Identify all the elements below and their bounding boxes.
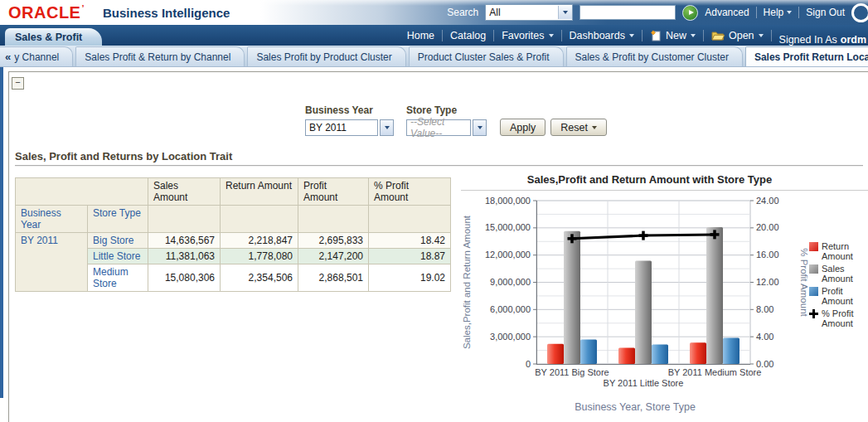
svg-text:9,000,000: 9,000,000 [490,277,531,287]
column-header: Sales Amount [148,178,221,206]
search-input[interactable] [579,5,676,20]
nav-item-catalog[interactable]: Catalog [450,30,486,41]
svg-text:20.00: 20.00 [756,222,779,232]
left-edge-strip [0,67,3,398]
dashboard-page-tab[interactable]: Sales & Profit [5,28,102,46]
reset-button[interactable]: Reset [550,119,607,136]
dashboard-tabs: «y ChannelSales Profit & Return by Chann… [0,46,868,66]
legend-swatch-icon [809,264,818,274]
svg-text:4.00: 4.00 [756,332,773,342]
help-menu[interactable]: Help [764,7,793,18]
search-go-button[interactable] [682,5,698,21]
business-year-label: Business Year [305,104,394,116]
value-cell: 2,354,506 [221,264,298,292]
search-area: Search All Advanced Help Sign Out [447,0,868,25]
nav-item-dashboards[interactable]: Dashboards [570,30,634,41]
pivot-header-row: Sales AmountReturn AmountProfit Amount% … [16,178,451,206]
plus-marker-icon [809,309,818,318]
dashboard-tab-label: Sales Profit by Product Cluster [256,51,391,63]
pivot-corner-cell [16,178,148,206]
pivot-table-view: Sales AmountReturn AmountProfit Amount% … [15,177,451,292]
value-cell: 15,080,306 [148,264,221,292]
legend-item: % Profit Amount [809,308,867,328]
section-divider [15,165,863,167]
dashboard-tab-strip: «y ChannelSales Profit & Return by Chann… [0,46,868,67]
nav-item-home[interactable]: Home [407,30,434,41]
section-title: Sales, Profit and Returns by Location Tr… [15,150,232,162]
svg-text:Sales,Profit and Return Amount: Sales,Profit and Return Amount [462,215,472,349]
row-header-label[interactable]: Business Year [16,206,88,233]
bar-chart: Sales,Profit and Return Amount with Stor… [461,171,868,413]
nav-item-open[interactable]: Open [711,30,764,41]
value-cell: 2,147,200 [298,249,369,264]
search-scope-dropdown-icon[interactable] [558,6,572,19]
dashboard-tab-4[interactable]: Product Cluster Sales & Profit [409,46,564,66]
business-year-select[interactable]: BY 2011 [305,119,378,136]
open-folder-icon [711,30,725,41]
oracle-logo: ORACLE’ [8,4,85,21]
store-type-dropdown-icon[interactable] [473,119,487,136]
separator [642,30,643,41]
value-cell: 2,218,847 [221,233,298,249]
business-year-dropdown-icon[interactable] [380,119,394,136]
chevron-down-icon [787,11,792,14]
value-cell: 2,868,501 [298,264,369,292]
prompt-filters: Business Year BY 2011 Store Type --Selec… [305,104,607,136]
chart-title: Sales,Profit and Return Amount with Stor… [461,171,838,186]
store-type-cell[interactable]: Little Store [88,249,148,264]
chart-x-axis-title: Business Year, Store Type [461,401,809,413]
separator [771,30,772,41]
store-type-label: Store Type [406,104,487,116]
apply-button[interactable]: Apply [500,119,546,136]
scroll-tabs-left-icon[interactable]: « [5,51,11,62]
svg-text:8.00: 8.00 [756,304,773,314]
svg-text:16.00: 16.00 [756,250,779,260]
legend-label: Sales Amount [822,264,867,284]
separator [756,7,757,18]
search-label: Search [447,7,478,18]
column-header: % Profit Amount [369,178,451,206]
app-title: Business Intelligence [103,6,230,20]
nav-item-label: Dashboards [570,30,625,41]
dashboard-tab-3[interactable]: Sales Profit by Product Cluster [247,46,405,66]
svg-text:BY 2011 Medium Store: BY 2011 Medium Store [668,367,762,377]
nav-item-label: Home [407,30,434,41]
value-cell: 18.87 [369,249,451,264]
business-year-cell[interactable]: BY 2011 [16,233,88,292]
store-type-prompt: Store Type --Select Value-- [406,104,487,136]
store-type-cell[interactable]: Big Store [88,233,148,249]
dashboard-tab-1[interactable]: «y Channel [0,46,73,66]
legend-item: Profit Amount [809,286,867,306]
value-cell: 11,381,063 [148,249,221,264]
sign-out-link[interactable]: Sign Out [806,7,845,18]
dashboard-tab-2[interactable]: Sales Profit & Return by Channel [75,46,245,66]
pivot-table: Sales AmountReturn AmountProfit Amount% … [15,177,451,292]
svg-text:% Profit Amount: % Profit Amount [799,248,809,317]
store-type-cell[interactable]: Medium Store [88,264,148,292]
advanced-link[interactable]: Advanced [705,7,749,18]
chevron-down-icon [592,126,597,129]
search-scope-select[interactable]: All [485,4,573,21]
legend-label: Return Amount [822,241,867,261]
dashboard-tab-5[interactable]: Sales & Profit by Customer Cluster [566,46,743,66]
svg-text:24.00: 24.00 [756,196,779,206]
separator [493,30,494,41]
open-icon [711,30,725,41]
value-cell: 19.02 [369,264,451,292]
nav-item-favorites[interactable]: Favorites [502,30,553,41]
collapse-section-button[interactable]: − [12,77,24,90]
signed-in-user: ordm [841,34,866,46]
nav-item-new[interactable]: New [650,30,696,41]
chevron-down-icon [759,34,764,37]
dashboard-content: − Business Year BY 2011 Store Type --Sel… [0,67,868,422]
store-type-select[interactable]: --Select Value-- [406,119,471,136]
go-arrow-icon [689,10,694,15]
dashboard-tab-label: y Channel [14,51,59,63]
legend-item: Sales Amount [809,264,867,284]
dashboard-tab-6[interactable]: Sales Profit Return Location Trait [745,46,868,66]
dashboard-tab-label: Sales & Profit by Customer Cluster [575,51,729,63]
row-header-label[interactable]: Store Type [88,206,148,233]
value-cell: 2,695,833 [298,233,369,249]
svg-text:BY 2011 Big Store: BY 2011 Big Store [535,367,609,377]
bar-chart-svg[interactable]: 03,000,0006,000,0009,000,00012,000,00015… [461,191,809,398]
